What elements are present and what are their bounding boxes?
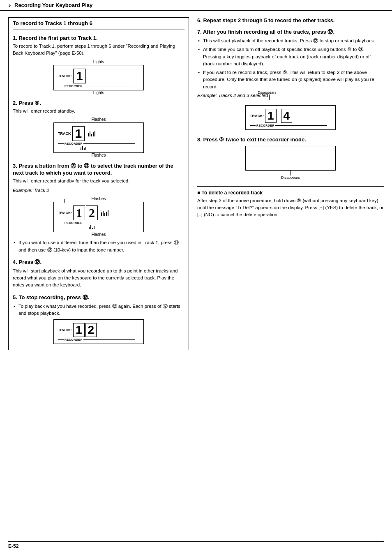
step7-disappears-line — [269, 95, 270, 100]
step2-display-box: TRACK 1 — [53, 122, 144, 153]
step7-bullet-2: At this time you can turn off playback o… — [197, 46, 384, 67]
step5-track-row: TRACK· 1 2 — [58, 323, 135, 337]
step8-display-box — [245, 146, 336, 171]
page: ♪ Recording Your Keyboard Play To record… — [0, 0, 392, 554]
step7-display-box: TRACK· 1 4 RECORDER — [245, 105, 336, 130]
step1-diagram: Lights TRACK· 1 RECORDER Lights — [13, 60, 184, 95]
step1-track-label: TRACK· — [58, 74, 72, 78]
step1-display-box: TRACK· 1 RECORDER — [53, 65, 144, 90]
step7-bullet-3: If you want to re-record a track, press … — [197, 69, 384, 90]
header: ♪ Recording Your Keyboard Play — [0, 0, 392, 11]
step3-track-number1: 1 — [73, 205, 85, 220]
step2-track-label: TRACK — [58, 132, 71, 136]
step1-lights-above: Lights — [93, 60, 104, 64]
step2-flashes-below: Flashes — [91, 153, 106, 157]
step5-recorder-text: RECORDER — [64, 338, 83, 341]
step2-flashes-above: Flashes — [91, 117, 106, 122]
step7-bullet-1: This will start playback of the recorded… — [197, 37, 384, 44]
step7-disappears-label: Disappears — [258, 90, 277, 95]
delete-section-title: ■ To delete a recorded track — [197, 190, 384, 196]
step3-heading: 3. Press a button from ⑳ to ㉔ to select … — [13, 162, 184, 176]
step1-body: To record to Track 1, perform steps 1 th… — [13, 43, 184, 57]
step7-diagram-inner: Disappears TRACK· 1 4 RECORDER — [245, 99, 336, 130]
step3-bullet-item: If you want to use a different tone than… — [13, 239, 184, 254]
step3-recorder-text: RECORDER — [64, 222, 83, 224]
step1-recorder-text: RECORDER — [64, 85, 83, 88]
step1-lights-below: Lights — [93, 90, 104, 95]
step5-bullet-item: To play back what you have recorded, pre… — [13, 303, 184, 317]
step5-heading: 5. To stop recording, press ⑫. — [13, 294, 184, 301]
main-content: To record to Tracks 1 through 6 1. Recor… — [0, 11, 392, 362]
step8-disappears-line — [291, 171, 291, 175]
step3-display-box: TRACK· 1 2 — [53, 202, 144, 232]
step2-track-row: TRACK 1 — [58, 126, 135, 141]
step1-track-number: 1 — [73, 69, 86, 83]
step3-example: Example: Track 2 — [13, 187, 184, 194]
step5-diagram: TRACK· 1 2 RECORDER — [13, 319, 184, 344]
delete-section-body: After step 3 of the above procedure, hol… — [197, 197, 384, 219]
footer: E-52 — [8, 541, 384, 549]
step1-track-row: TRACK· 1 — [58, 69, 135, 83]
step3-body: This will enter record standby for the t… — [13, 178, 184, 185]
step7-recorder-text: RECORDER — [256, 124, 275, 127]
step3-bullets: If you want to use a different tone than… — [13, 239, 184, 254]
step7-track-row: TRACK· 1 4 — [250, 109, 327, 123]
step3-recorder-bar: RECORDER — [58, 222, 135, 224]
step2-diagram: Flashes TRACK 1 — [13, 117, 184, 157]
step2-body: This will enter record standby. — [13, 108, 184, 115]
step2-heading: 2. Press ⑤. — [13, 100, 184, 106]
step3-flashes-above: Flashes — [91, 196, 106, 201]
step7-heading: 7. After you finish recording all of the… — [197, 28, 384, 36]
left-column: To record to Tracks 1 through 6 1. Recor… — [8, 17, 189, 356]
right-column: 6. Repeat steps 2 through 5 to record th… — [197, 17, 384, 356]
step3-flash-bars — [101, 210, 108, 216]
step6-heading: 6. Repeat steps 2 through 5 to record th… — [197, 17, 384, 23]
step7-example-text: Example: Tracks 2 and 3 selected — [197, 93, 384, 98]
music-icon: ♪ — [8, 2, 11, 8]
step3-flashes-below: Flashes — [91, 232, 106, 237]
step7-track-num2: 4 — [281, 109, 293, 123]
step7-disappears-wrap: Disappears — [258, 90, 277, 100]
step3-connector-line — [64, 199, 65, 203]
step1-recorder-bar: RECORDER — [58, 85, 135, 88]
step3-track-number2: 2 — [86, 205, 98, 220]
step2-recorder-text: RECORDER — [64, 142, 83, 145]
step5-track-label: TRACK· — [58, 328, 72, 332]
step3-track2-wrap: 2 — [86, 205, 98, 220]
step8-diagram: Disappears — [197, 146, 384, 180]
step7-recorder-bar: RECORDER — [250, 124, 327, 127]
page-number: E-52 — [8, 543, 18, 549]
step2-flash-bars — [88, 131, 95, 136]
section-box: To record to Tracks 1 through 6 1. Recor… — [8, 17, 189, 350]
header-title: Recording Your Keyboard Play — [14, 2, 92, 8]
section-title: To record to Tracks 1 through 6 — [13, 20, 184, 26]
step3-track-label: TRACK· — [58, 211, 72, 215]
step8-disappears-wrap: Disappears — [281, 171, 300, 180]
step7-diagram: Disappears TRACK· 1 4 RECORDER — [197, 99, 384, 130]
step3-diagram: Flashes TRACK· 1 2 — [13, 196, 184, 237]
step2-lower-flash-bars — [81, 146, 135, 150]
step5-track-num1: 1 — [73, 323, 85, 337]
step7-track-num1: 1 — [265, 109, 277, 123]
step5-recorder-bar: RECORDER — [58, 338, 135, 341]
step2-track-number: 1 — [72, 126, 85, 141]
step1-heading: 1. Record the first part to Track 1. — [13, 35, 184, 41]
step3-track-row: TRACK· 1 2 — [58, 205, 135, 220]
step3-lower-flash-bars — [89, 225, 135, 229]
step4-heading: 4. Press ⑫. — [13, 259, 184, 266]
step2-recorder-bar: RECORDER — [58, 142, 135, 145]
step7-track-label: TRACK· — [250, 114, 264, 118]
step5-display-box: TRACK· 1 2 RECORDER — [53, 319, 144, 344]
step4-body: This will start playback of what you rec… — [13, 268, 184, 289]
step7-bullets: This will start playback of the recorded… — [197, 37, 384, 90]
step5-track-num2: 2 — [85, 323, 97, 337]
step8-heading: 8. Press ⑤ twice to exit the recorder mo… — [197, 136, 384, 143]
step5-bullets: To play back what you have recorded, pre… — [13, 303, 184, 317]
step3-connector-wrap: TRACK· 1 2 — [53, 202, 144, 232]
step8-disappears-label: Disappears — [281, 175, 300, 180]
